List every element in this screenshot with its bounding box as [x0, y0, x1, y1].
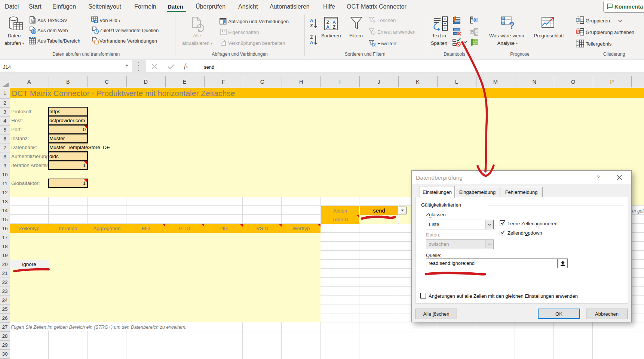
svg-text:A: A: [332, 20, 336, 25]
svg-text:Z: Z: [310, 23, 313, 28]
svg-text:Z: Z: [333, 25, 336, 30]
svg-text:Z: Z: [326, 20, 329, 25]
svg-text:A: A: [326, 25, 329, 30]
svg-text:?: ?: [509, 20, 515, 31]
svg-text:A: A: [310, 18, 313, 23]
svg-text:Z: Z: [310, 35, 313, 40]
svg-text:A: A: [310, 40, 313, 45]
